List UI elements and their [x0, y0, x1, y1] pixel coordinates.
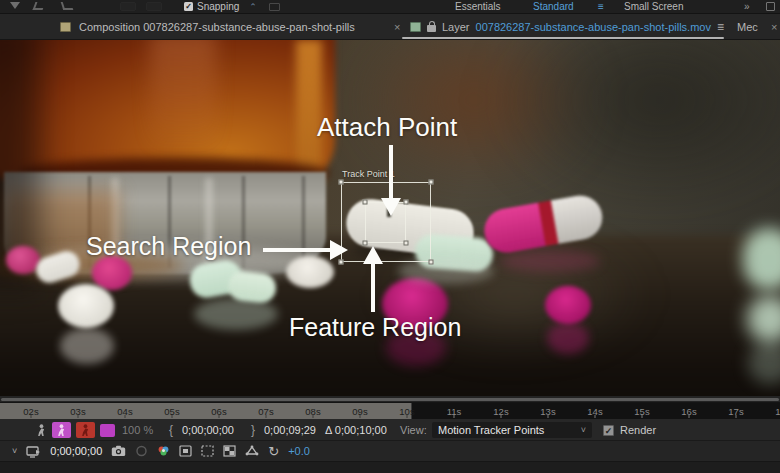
snapping-checkbox[interactable]: ✓ [184, 2, 193, 11]
always-preview-icon[interactable] [26, 445, 41, 458]
viewer-options-bar: 100 % { 0;00;00;00 } 0;00;09;29 Δ 0;00;1… [0, 419, 780, 441]
track-point-label: Track Point 1 [342, 169, 395, 179]
feature-region-box[interactable] [365, 202, 406, 243]
ruler-tickmark [454, 415, 455, 418]
disabled-toolbar-button [146, 2, 162, 12]
exposure-value[interactable]: +0.0 [288, 445, 310, 457]
mask-path-visibility-icon[interactable] [245, 445, 259, 457]
close-icon[interactable]: × [771, 14, 777, 39]
ruler-tickmark [407, 415, 408, 418]
ruler-tick: 18s [775, 406, 780, 417]
tab-overflow-truncated[interactable]: Mec [737, 14, 758, 39]
ruler-tickmark [689, 415, 690, 418]
composition-icon [60, 22, 71, 32]
transparency-grid-icon[interactable] [223, 445, 236, 457]
blurred-mint-pill [743, 228, 780, 290]
search-region-handle[interactable] [429, 180, 434, 185]
reset-exposure-icon[interactable]: ↻ [268, 444, 279, 459]
person-magenta-icon[interactable] [52, 419, 71, 441]
pill-reflection [500, 250, 600, 272]
out-point-icon[interactable]: } [251, 419, 255, 441]
white-pill [286, 256, 334, 288]
ruler-tickmark [736, 415, 737, 418]
magenta-swatch-icon[interactable] [100, 419, 115, 441]
active-tab-underline [402, 37, 724, 39]
clipped-tool-icon[interactable] [10, 2, 20, 12]
chevron-down-icon[interactable]: ˅ [12, 446, 17, 456]
in-point-icon[interactable]: { [169, 419, 173, 441]
glass-right-edge [296, 40, 322, 182]
pill-reflection [547, 322, 589, 354]
ruler-tickmark [125, 415, 126, 418]
search-region-annotation: Search Region [86, 232, 251, 261]
snapping-toggle[interactable]: ✓ Snapping ⌃ [184, 0, 280, 13]
chevron-up-icon[interactable]: ⌃ [249, 2, 257, 12]
panel-bottom-edge [0, 462, 780, 473]
layer-tab-name: 007826287-substance-abuse-pan-shot-pills… [476, 21, 711, 33]
person-red-icon[interactable] [76, 419, 95, 441]
tab-layer[interactable]: Layer 007826287-substance-abuse-pan-shot… [410, 14, 724, 39]
layer-icon [410, 22, 421, 32]
attach-point-annotation: Attach Point [317, 112, 457, 143]
capsule-white-half [551, 192, 606, 244]
region-of-interest-icon[interactable] [201, 445, 214, 457]
magenta-pill [545, 286, 591, 324]
clipped-tool-icon[interactable] [62, 2, 72, 12]
ruler-tickmark [78, 415, 79, 418]
horizontal-scrollbar [0, 396, 780, 403]
feature-region-handle[interactable] [363, 241, 368, 246]
clipped-tool-icon[interactable] [34, 2, 44, 12]
tab-composition[interactable]: Composition 007826287-substance-abuse-pa… [60, 14, 355, 39]
pill-reflection [194, 298, 278, 330]
view-dropdown[interactable]: Motion Tracker Points ˅ [432, 422, 592, 438]
out-time[interactable]: 0;00;09;29 [264, 419, 316, 441]
panel-tab-bar: Composition 007826287-substance-abuse-pa… [0, 14, 780, 40]
chevron-down-icon: ˅ [581, 425, 586, 435]
workspace-standard[interactable]: Standard [533, 0, 574, 13]
resolution-icon[interactable] [179, 445, 192, 457]
duration-delta: Δ 0;00;10;00 [325, 419, 387, 441]
snapping-label: Snapping [197, 1, 239, 12]
show-snapshot-icon[interactable] [135, 445, 148, 457]
composition-tab-label: Composition 007826287-substance-abuse-pa… [79, 21, 355, 33]
view-dropdown-value: Motion Tracker Points [438, 424, 544, 436]
panel-menu-icon[interactable]: ≡ [717, 20, 724, 34]
workspace-overflow-icon[interactable]: » [744, 0, 750, 13]
search-region-handle[interactable] [429, 260, 434, 265]
feature-region-handle[interactable] [404, 200, 409, 205]
layer-viewer-canvas[interactable]: Track Point 1 Attach Point Search Region… [0, 40, 780, 396]
search-region-handle[interactable] [339, 260, 344, 265]
scrollbar-thumb[interactable] [1, 398, 779, 401]
render-label: Render [620, 419, 656, 441]
app-toolbar: ✓ Snapping ⌃ Essentials Standard ≡ Small… [0, 0, 780, 14]
attach-point-marker[interactable] [387, 208, 391, 217]
lock-icon [427, 21, 436, 32]
workspace-menu-icon[interactable]: ≡ [598, 0, 604, 13]
workspace-small-screen[interactable]: Small Screen [624, 0, 683, 13]
ruler-tickmark [360, 415, 361, 418]
workspace-essentials[interactable]: Essentials [455, 0, 501, 13]
snapshot-camera-icon[interactable] [111, 445, 126, 457]
ruler-tickmark [595, 415, 596, 418]
ruler-tickmark [266, 415, 267, 418]
time-ruler[interactable]: 02s 03s 04s 05s 06s 07s 08s 09s 10s 11s … [0, 403, 780, 419]
close-tab-icon[interactable]: × [394, 14, 400, 39]
in-time[interactable]: 0;00;00;00 [182, 419, 234, 441]
person-icon[interactable] [36, 419, 47, 441]
pill-reflection [60, 328, 114, 364]
feature-region-handle[interactable] [363, 200, 368, 205]
corner-vignette [490, 40, 780, 210]
feature-region-handle[interactable] [404, 241, 409, 246]
ruler-tickmark [501, 415, 502, 418]
pink-pill [92, 256, 132, 290]
ruler-tickmark [548, 415, 549, 418]
search-region-handle[interactable] [339, 180, 344, 185]
viewer-status-bar: ˅ 0;00;00;00 ↻ +0.0 [0, 441, 780, 462]
snapping-options-icon[interactable] [269, 3, 280, 11]
show-channels-rgb-icon[interactable] [157, 445, 170, 457]
zoom-level[interactable]: 100 % [122, 419, 153, 441]
render-checkbox[interactable]: ✓ [603, 419, 614, 441]
current-time[interactable]: 0;00;00;00 [50, 445, 102, 457]
liquid-highlight [150, 40, 216, 152]
workspace-search-icon[interactable] [766, 0, 775, 13]
